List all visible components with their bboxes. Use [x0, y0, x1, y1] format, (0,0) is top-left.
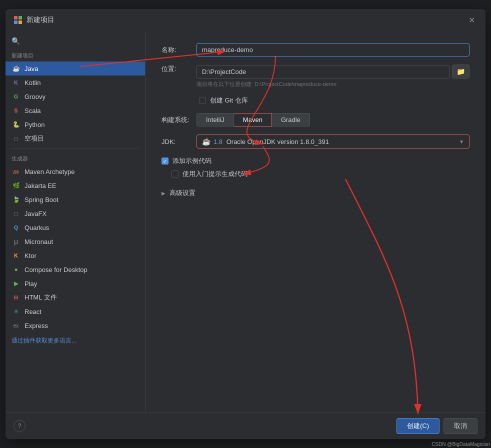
jdk-icon: ☕: [202, 138, 210, 146]
compose-icon: ●: [12, 265, 20, 274]
sidebar-item-micronaut[interactable]: μ Micronaut: [6, 234, 145, 248]
git-row: 创建 Git 仓库: [162, 96, 470, 105]
location-input[interactable]: [196, 65, 450, 78]
titlebar: 新建项目 ✕: [6, 9, 486, 31]
sidebar-item-maven-archetype[interactable]: m Maven Archetype: [6, 164, 145, 178]
create-button[interactable]: 创建(C): [396, 418, 440, 434]
build-intellij-button[interactable]: IntelliJ: [196, 113, 234, 126]
scala-icon: S: [12, 106, 20, 115]
sample-code-checkbox[interactable]: [162, 158, 168, 164]
advanced-label: 高级设置: [170, 188, 196, 198]
location-row: 位置: 📁 项目将在以下位置创建: D:\ProjectCode\mapredu…: [162, 64, 470, 88]
sidebar-item-react[interactable]: ⚛ React: [6, 304, 145, 318]
jakarta-icon: 🌿: [12, 181, 20, 190]
cancel-button[interactable]: 取消: [444, 418, 478, 434]
name-label: 名称:: [162, 46, 196, 54]
bottom-bar: ? 创建(C) 取消: [6, 412, 486, 439]
close-button[interactable]: ✕: [466, 14, 478, 26]
search-icon: 🔍: [12, 37, 20, 45]
sidebar-item-compose[interactable]: ● Compose for Desktop: [6, 262, 145, 276]
intro-code-checkbox[interactable]: [172, 170, 178, 178]
sidebar-item-quarkus[interactable]: Q Quarkus: [6, 220, 145, 234]
jdk-row: JDK: ☕ 1.8 Oracle OpenJDK version 1.8.0_…: [162, 134, 470, 148]
plugin-link[interactable]: 通过插件获取更多语言...: [6, 332, 145, 349]
spring-icon: 🍃: [12, 195, 20, 204]
sidebar-item-empty[interactable]: □ 空项目: [6, 132, 145, 146]
chevron-right-icon: ▶: [162, 190, 166, 196]
sample-code-label: 添加示例代码: [172, 156, 212, 166]
folder-button[interactable]: 📁: [452, 64, 470, 78]
help-button[interactable]: ?: [14, 420, 26, 432]
play-label: Play: [24, 280, 37, 288]
git-checkbox[interactable]: [199, 97, 206, 104]
name-row: 名称:: [162, 43, 470, 56]
generators-section-label: 生成器: [6, 152, 145, 164]
build-label: 构建系统:: [162, 116, 196, 124]
advanced-row[interactable]: ▶ 高级设置: [162, 186, 470, 200]
react-label: React: [24, 308, 42, 316]
name-input[interactable]: [196, 43, 470, 56]
new-project-dialog: 新建项目 ✕ 🔍 新建项目 ☕ Java K Kotlin G Groovy: [6, 9, 486, 439]
kotlin-label: Kotlin: [24, 79, 41, 86]
java-label: Java: [24, 65, 38, 72]
python-label: Python: [24, 121, 44, 128]
new-project-section-label: 新建项目: [6, 49, 145, 62]
location-input-row: 📁: [196, 64, 470, 78]
location-label: 位置:: [162, 64, 196, 74]
jdk-left: ☕ 1.8 Oracle OpenJDK version 1.8.0_391: [202, 138, 329, 146]
dialog-body: 🔍 新建项目 ☕ Java K Kotlin G Groovy S Scala …: [6, 31, 486, 412]
right-panel: 名称: 位置: 📁 项目将在以下位置创建: D:\ProjectCode\map…: [146, 31, 486, 412]
jdk-version-number: 1.8: [214, 138, 222, 146]
maven-archetype-label: Maven Archetype: [24, 168, 74, 176]
sidebar-item-python[interactable]: 🐍 Python: [6, 118, 145, 132]
sidebar-item-play[interactable]: ▶ Play: [6, 276, 145, 290]
javafx-icon: □: [12, 209, 20, 218]
javafx-label: JavaFX: [24, 210, 46, 218]
express-icon: ex: [12, 321, 20, 330]
micronaut-icon: μ: [12, 237, 20, 246]
svg-rect-1: [18, 16, 22, 20]
build-maven-button[interactable]: Maven: [234, 113, 272, 126]
python-icon: 🐍: [12, 120, 20, 129]
java-icon: ☕: [12, 64, 20, 73]
sidebar-item-groovy[interactable]: G Groovy: [6, 90, 145, 104]
git-label: 创建 Git 仓库: [210, 96, 248, 105]
react-icon: ⚛: [12, 307, 20, 316]
quarkus-icon: Q: [12, 223, 20, 232]
jdk-label: JDK:: [162, 138, 196, 146]
sidebar-item-java[interactable]: ☕ Java: [6, 62, 145, 76]
intro-code-label: 使用入门提示生成代码: [182, 170, 248, 178]
groovy-label: Groovy: [24, 93, 46, 100]
sidebar-item-html[interactable]: H HTML 文件: [6, 290, 145, 304]
compose-label: Compose for Desktop: [24, 266, 88, 274]
express-label: Express: [24, 322, 48, 330]
build-gradle-button[interactable]: Gradle: [272, 113, 310, 126]
html-icon: H: [12, 293, 20, 302]
dialog-title: 新建项目: [26, 16, 54, 24]
groovy-icon: G: [12, 92, 20, 101]
sidebar-item-kotlin[interactable]: K Kotlin: [6, 76, 145, 90]
jdk-full-text: Oracle OpenJDK version 1.8.0_391: [226, 138, 329, 146]
intro-code-row: 使用入门提示生成代码: [162, 170, 470, 178]
search-row: 🔍: [6, 35, 145, 49]
ktor-label: Ktor: [24, 252, 36, 260]
html-label: HTML 文件: [24, 293, 57, 302]
spring-boot-label: Spring Boot: [24, 196, 58, 204]
ktor-icon: K: [12, 251, 20, 260]
watermark: CSDN @BigDataMagician: [432, 442, 490, 447]
empty-label: 空项目: [24, 134, 44, 143]
sidebar-item-javafx[interactable]: □ JavaFX: [6, 206, 145, 220]
sidebar-item-spring-boot[interactable]: 🍃 Spring Boot: [6, 192, 145, 206]
sidebar-item-ktor[interactable]: K Ktor: [6, 248, 145, 262]
build-row: 构建系统: IntelliJ Maven Gradle: [162, 113, 470, 126]
bottom-right: 创建(C) 取消: [396, 418, 478, 434]
kotlin-icon: K: [12, 78, 20, 87]
sample-code-row: 添加示例代码: [162, 156, 470, 166]
build-buttons: IntelliJ Maven Gradle: [196, 113, 310, 126]
left-panel: 🔍 新建项目 ☕ Java K Kotlin G Groovy S Scala …: [6, 31, 146, 412]
sidebar-item-jakarta-ee[interactable]: 🌿 Jakarta EE: [6, 178, 145, 192]
dropdown-arrow-icon: ▼: [459, 139, 464, 144]
sidebar-item-scala[interactable]: S Scala: [6, 104, 145, 118]
jdk-select[interactable]: ☕ 1.8 Oracle OpenJDK version 1.8.0_391 ▼: [196, 134, 470, 148]
sidebar-item-express[interactable]: ex Express: [6, 318, 145, 332]
